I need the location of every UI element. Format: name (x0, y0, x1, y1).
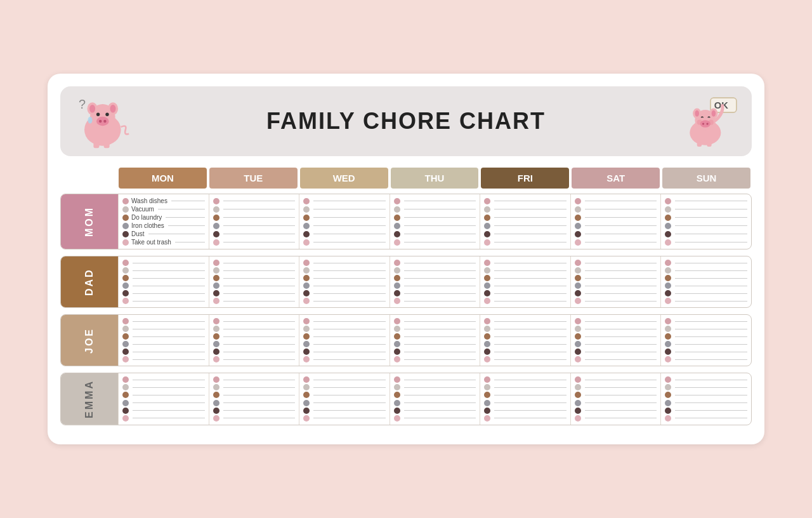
dot (303, 376, 310, 383)
dot (213, 298, 219, 304)
dot (575, 356, 581, 362)
svg-point-8 (99, 120, 102, 123)
dot (122, 376, 129, 383)
chart-title: FAMILY CHORE CHART (130, 108, 682, 135)
dot (575, 223, 581, 229)
section-dad: DAD (60, 256, 752, 308)
joe-thu (390, 315, 480, 366)
dot (484, 223, 490, 229)
dot (122, 318, 129, 324)
dot (484, 275, 490, 281)
chart-container: ? FAMILY CHORE CHART (48, 74, 764, 444)
dot (303, 223, 310, 229)
dot (575, 260, 581, 266)
joe-mon (118, 315, 209, 366)
dot (575, 408, 581, 414)
svg-point-25 (706, 123, 708, 125)
dot (394, 318, 400, 324)
dot (484, 333, 490, 340)
dot (575, 298, 581, 304)
dot (303, 239, 310, 246)
dot (213, 239, 219, 246)
dot (122, 223, 129, 229)
joe-wed (299, 315, 390, 366)
dot (303, 341, 310, 347)
svg-point-6 (110, 105, 116, 113)
dot (484, 408, 490, 414)
dot (122, 198, 129, 204)
dot (213, 400, 219, 406)
dot (303, 349, 310, 355)
svg-rect-29 (707, 142, 711, 147)
dot (303, 215, 310, 221)
dot (665, 384, 671, 390)
dot (484, 318, 490, 324)
dot (394, 198, 400, 204)
emma-sat (570, 373, 661, 425)
dot (122, 415, 129, 422)
svg-text:?: ? (79, 97, 86, 111)
dot (484, 267, 490, 274)
dot (575, 333, 581, 340)
dot (575, 215, 581, 221)
dot (394, 215, 400, 221)
dot (213, 408, 219, 414)
joe-sun (660, 315, 751, 366)
dot (484, 215, 490, 221)
dad-wed (299, 256, 390, 307)
dot (665, 206, 671, 213)
svg-rect-13 (104, 142, 110, 148)
mom-wed (299, 194, 390, 249)
dot (213, 282, 219, 289)
dot (122, 298, 129, 304)
dot (484, 198, 490, 204)
dot (575, 239, 581, 246)
mom-thu (390, 194, 480, 249)
dot (303, 408, 310, 414)
dot (484, 298, 490, 304)
dot (122, 341, 129, 347)
emma-tue (209, 373, 299, 425)
svg-point-9 (103, 120, 107, 123)
dot (665, 318, 671, 324)
dot (484, 260, 490, 266)
dot (394, 376, 400, 383)
day-thu: THU (391, 168, 479, 189)
mom-sat (570, 194, 661, 249)
dot (575, 206, 581, 213)
dot (122, 239, 129, 246)
dot (665, 231, 671, 237)
day-wed: WED (300, 168, 388, 189)
dot (213, 349, 219, 355)
dot (575, 349, 581, 355)
dad-sat (570, 256, 661, 307)
dot (122, 267, 129, 274)
dot (122, 408, 129, 414)
dot (122, 326, 129, 332)
dot (303, 231, 310, 237)
dot (484, 239, 490, 246)
dot (665, 215, 671, 221)
mom-tue (209, 194, 299, 249)
dot (394, 298, 400, 304)
svg-point-10 (96, 113, 100, 116)
dot (122, 333, 129, 340)
mom-sun (660, 194, 751, 249)
dot (213, 356, 219, 362)
section-mom: MOM Wash dishes Vacuum Do laundry Iron c… (60, 194, 752, 249)
dot (213, 198, 219, 204)
dot (213, 392, 219, 398)
svg-point-7 (96, 117, 109, 126)
dot (394, 341, 400, 347)
day-tue: TUE (209, 168, 298, 189)
svg-point-26 (697, 120, 702, 125)
dot (394, 231, 400, 237)
dot (213, 267, 219, 274)
dot (665, 408, 671, 414)
svg-point-20 (695, 110, 699, 117)
dot (394, 267, 400, 274)
member-label-joe: JOE (61, 315, 118, 366)
dot (484, 356, 490, 362)
dot (213, 231, 219, 237)
dot (213, 318, 219, 324)
